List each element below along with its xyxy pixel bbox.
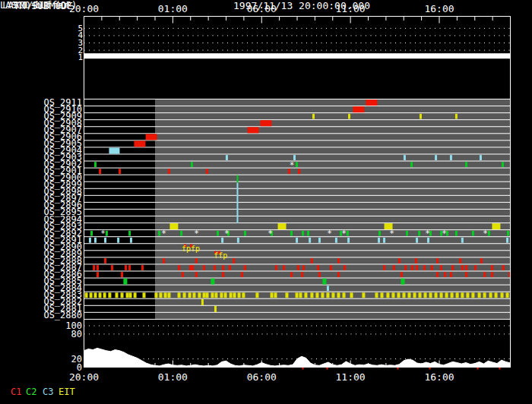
os-tick4-mark — [167, 292, 170, 298]
os-tick4-mark — [154, 292, 157, 298]
os-tick-mark — [420, 114, 422, 119]
os-tick-mark — [237, 238, 239, 243]
os-tick-mark — [455, 231, 458, 236]
os-tick-mark — [104, 258, 106, 264]
os-tick-mark — [296, 238, 298, 243]
os-tick4-mark — [456, 292, 459, 298]
os-ticktall-mark — [201, 299, 204, 305]
os-tick-mark — [233, 258, 235, 264]
os-tick-mark — [393, 265, 395, 270]
os-tick4-mark — [211, 292, 214, 298]
os-tick-mark — [378, 238, 380, 243]
os-tick-mark — [491, 272, 493, 277]
os-tick-mark — [111, 265, 113, 270]
os-tick-mark — [431, 265, 433, 270]
os-tick-mark — [404, 155, 406, 160]
os-tick-mark — [94, 238, 97, 243]
os-star-mark: * — [100, 229, 106, 238]
os-tick4-mark — [164, 292, 167, 298]
legend-item-c3: C3 — [43, 387, 53, 397]
os-tick4-mark — [238, 292, 241, 298]
os-tick4-mark — [397, 292, 400, 298]
os-tick4-mark — [214, 292, 217, 298]
os-tick4-mark — [183, 292, 186, 298]
os-star-mark: * — [483, 229, 488, 238]
os-tick-mark — [406, 231, 408, 236]
os-tick-mark — [444, 272, 446, 277]
os-tick4-mark — [93, 292, 97, 298]
os-tick-mark — [191, 162, 193, 167]
os-tick-mark — [128, 231, 131, 236]
os-tick4-mark — [386, 292, 389, 298]
os-tick4-mark — [478, 292, 481, 298]
os-tick-mark — [378, 231, 381, 236]
os-tick-mark — [461, 265, 464, 270]
os-tick-mark — [418, 231, 420, 236]
os-tick-mark — [404, 265, 407, 270]
os-tick-mark — [472, 231, 474, 236]
os-tick4-mark — [255, 292, 258, 298]
os-block-mark — [366, 99, 377, 106]
os-tick-mark — [502, 162, 504, 167]
os-tick4-mark — [380, 292, 383, 298]
os-tick4-mark — [99, 292, 102, 298]
os-tick-mark — [275, 265, 277, 270]
hour-label-bottom: 06:00 — [239, 371, 284, 383]
hour-label-bottom: 20:00 — [62, 371, 107, 383]
os-tick4-mark — [402, 292, 405, 298]
os-tick4-mark — [342, 292, 345, 298]
os-tick4-mark — [205, 292, 208, 298]
os-tick4-mark — [85, 292, 88, 298]
os-tick-mark — [383, 265, 385, 270]
os-block-mark — [146, 134, 157, 140]
buffer-baseline-dot — [397, 368, 399, 370]
os-tick-mark — [480, 155, 482, 160]
os-tick-mark — [450, 272, 452, 277]
os-block-mark — [134, 140, 145, 147]
legend-item-c2: C2 — [26, 387, 36, 397]
os-tick4-mark — [362, 292, 365, 298]
os-tick-mark — [302, 231, 304, 236]
os-tick-mark — [436, 272, 439, 277]
os-tick4-mark — [271, 292, 274, 298]
os-star-mark: * — [442, 229, 447, 238]
os-vline-mark — [236, 183, 238, 223]
legend-item-eit: EIT — [59, 387, 75, 397]
os-tick-mark — [483, 272, 486, 277]
os-tick-mark — [117, 238, 119, 243]
os-tick4-mark — [299, 292, 302, 298]
os-tick-mark — [450, 155, 452, 160]
os-tick-mark — [474, 265, 477, 270]
buffer-ytick-label: 80 — [0, 329, 82, 339]
os-tick4-mark — [296, 292, 299, 298]
os-block-mark — [278, 223, 287, 229]
os-tick-mark — [203, 265, 205, 270]
os-tick-mark — [307, 231, 309, 236]
hour-label-top: 16:00 — [416, 3, 462, 14]
os-tick4-mark — [198, 292, 201, 298]
os-tick-mark — [337, 272, 340, 277]
os-tick-mark — [398, 258, 401, 264]
os-tick-mark — [222, 272, 224, 277]
os-tick4-mark — [451, 292, 454, 298]
os-tick-mark — [440, 265, 442, 270]
os-tick4-mark — [224, 292, 227, 298]
os-star-mark: * — [425, 229, 430, 238]
os-tick4-mark — [501, 292, 504, 298]
os-tick-mark — [106, 231, 108, 236]
os-star-mark: * — [194, 229, 199, 238]
os-tick-mark — [502, 265, 505, 270]
hour-label-bottom: 16:00 — [416, 371, 462, 383]
os-tick-mark — [317, 265, 319, 270]
os-star-mark: * — [268, 229, 273, 238]
os-block-mark — [401, 279, 405, 285]
os-tick-mark — [507, 231, 509, 236]
os-tick-mark — [89, 238, 91, 243]
os-tick-mark — [97, 265, 99, 270]
os-tick4-mark — [220, 292, 223, 298]
os-tick-mark — [423, 265, 426, 270]
os-vline-mark — [236, 175, 238, 183]
os-tick-mark — [229, 265, 231, 270]
os-tick4-mark — [233, 292, 236, 298]
os-tick-mark — [459, 258, 461, 264]
